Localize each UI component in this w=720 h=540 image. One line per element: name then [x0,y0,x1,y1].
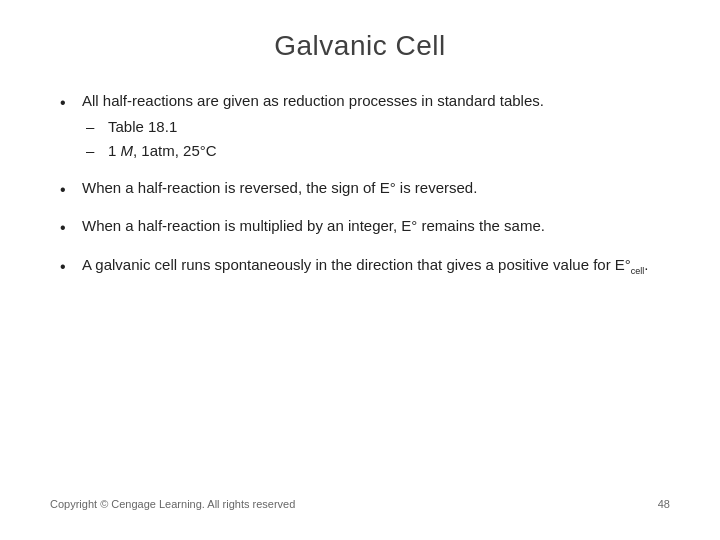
slide-title: Galvanic Cell [50,30,670,62]
bullet-text-3: When a half-reaction is multiplied by an… [82,215,670,237]
bullet-item-3: • When a half-reaction is multiplied by … [60,215,670,239]
sub-text-1a: Table 18.1 [108,116,670,138]
sub-dash-1a: – [86,116,108,138]
sub-item-1a: – Table 18.1 [86,116,670,138]
bullet-item-1: • All half-reactions are given as reduct… [60,90,670,163]
bullet-text-2: When a half-reaction is reversed, the si… [82,177,670,199]
bullet-dot-4: • [60,254,82,278]
bullet-text-4: A galvanic cell runs spontaneously in th… [82,254,670,278]
bullet-4-main: A galvanic cell runs spontaneously in th… [82,256,649,273]
bullet-dot-1: • [60,90,82,114]
content-area: • All half-reactions are given as reduct… [50,90,670,490]
sub-dash-1b: – [86,140,108,162]
bullet-3-main: When a half-reaction is multiplied by an… [82,217,545,234]
page-number: 48 [658,498,670,510]
bullet-dot-2: • [60,177,82,201]
sub-item-1b: – 1 M, 1atm, 25°C [86,140,670,162]
sub-list-1: – Table 18.1 – 1 M, 1atm, 25°C [86,116,670,162]
bullet-item-2: • When a half-reaction is reversed, the … [60,177,670,201]
slide-footer: Copyright © Cengage Learning. All rights… [50,490,670,510]
sub-text-1b: 1 M, 1atm, 25°C [108,140,670,162]
bullet-2-main: When a half-reaction is reversed, the si… [82,179,477,196]
bullet-1-main: All half-reactions are given as reductio… [82,92,544,109]
copyright-text: Copyright © Cengage Learning. All rights… [50,498,295,510]
bullet-dot-3: • [60,215,82,239]
slide: Galvanic Cell • All half-reactions are g… [0,0,720,540]
bullet-item-4: • A galvanic cell runs spontaneously in … [60,254,670,278]
bullet-text-1: All half-reactions are given as reductio… [82,90,670,163]
